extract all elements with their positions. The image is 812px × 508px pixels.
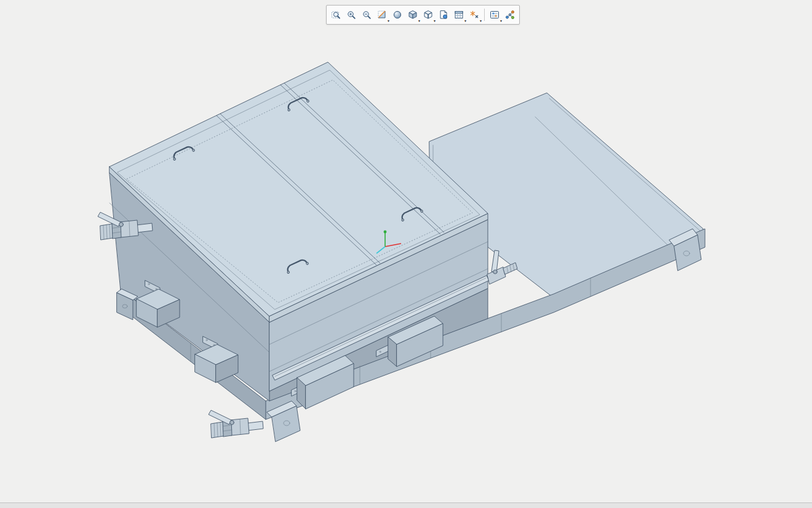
bottom-bar (0, 502, 812, 508)
dropdown-caret[interactable]: ▾ (464, 19, 466, 23)
3d-views-button[interactable]: ▾ (503, 7, 517, 23)
hide-show-items-icon (469, 10, 479, 20)
section-view-icon (377, 10, 387, 20)
view-settings-icon (490, 10, 500, 20)
dropdown-caret[interactable]: ▾ (500, 19, 502, 23)
display-states-button[interactable]: ▾ (452, 7, 466, 23)
edit-appearance-icon (439, 10, 448, 20)
dropdown-caret[interactable]: ▾ (434, 19, 436, 23)
ball-valve-bottom[interactable] (209, 410, 263, 438)
zoom-in-button[interactable]: ▾ (344, 7, 359, 23)
toolbar-separator (484, 9, 485, 21)
3d-views-icon (505, 10, 515, 20)
view-settings-button[interactable]: ▾ (487, 7, 502, 23)
zoom-out-button[interactable]: ▾ (359, 7, 374, 23)
heads-up-view-toolbar: ▾ ▾ ▾ ▾ (326, 5, 520, 25)
display-style-button[interactable]: ▾ (421, 7, 436, 23)
edit-appearance-button[interactable]: ▾ (436, 7, 451, 23)
view-orientation-button[interactable]: ▾ (405, 7, 420, 23)
apply-scene-button[interactable]: ▾ (390, 7, 405, 23)
dropdown-caret[interactable]: ▾ (418, 19, 420, 23)
zoom-in-icon (346, 10, 356, 20)
hide-show-items-button[interactable]: ▾ (467, 7, 482, 23)
cad-application-window: ▾ ▾ ▾ ▾ (0, 0, 812, 508)
dropdown-caret[interactable]: ▾ (388, 19, 389, 23)
display-style-icon (423, 10, 433, 20)
viewport-3d[interactable] (0, 0, 812, 508)
zoom-out-icon (362, 10, 372, 20)
display-states-icon (454, 10, 464, 20)
dropdown-caret[interactable]: ▾ (480, 19, 482, 23)
apply-scene-icon (392, 10, 402, 20)
view-orientation-cube-icon (408, 10, 418, 20)
zoom-to-fit-button[interactable]: ▾ (328, 7, 343, 23)
zoom-to-fit-icon (331, 10, 341, 20)
section-view-button[interactable]: ▾ (375, 7, 389, 23)
